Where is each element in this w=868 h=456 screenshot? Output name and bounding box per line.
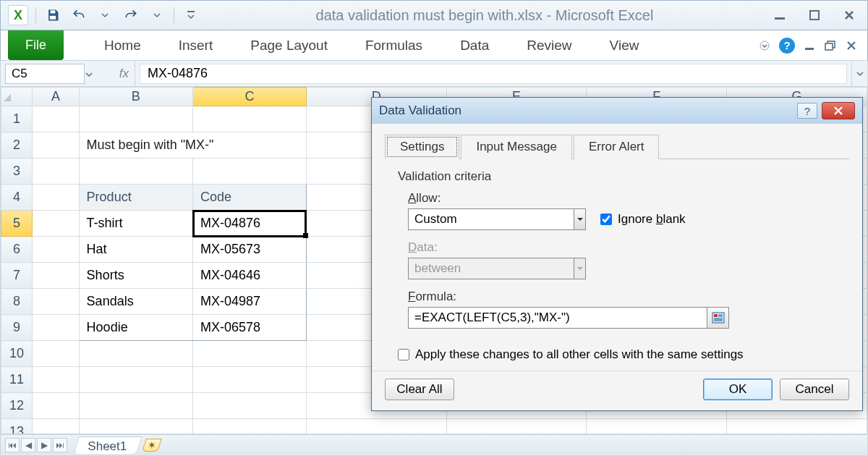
row-header[interactable]: 8 [1, 289, 33, 315]
col-header-A[interactable]: A [33, 88, 79, 106]
allow-combobox[interactable] [408, 208, 586, 230]
chevron-down-icon[interactable] [95, 6, 114, 25]
cell[interactable]: Hat [79, 237, 192, 263]
validation-criteria-label: Validation criteria [398, 169, 836, 184]
svg-rect-12 [714, 318, 723, 321]
redo-button[interactable] [122, 6, 140, 25]
chevron-down-icon[interactable] [574, 208, 586, 230]
data-combobox [408, 258, 586, 279]
last-sheet-button[interactable]: ⏭ [53, 438, 67, 452]
customize-qat-button[interactable] [182, 6, 200, 25]
excel-logo-icon[interactable]: X [8, 5, 28, 25]
cell[interactable]: MX-04646 [193, 263, 307, 289]
new-sheet-button[interactable]: ✶ [142, 439, 162, 452]
table-header-product[interactable]: Product [79, 185, 192, 211]
row-header[interactable]: 7 [1, 263, 33, 289]
row-header[interactable]: 6 [1, 237, 33, 263]
first-sheet-button[interactable]: ⏮ [5, 438, 20, 452]
row-header[interactable]: 9 [1, 315, 33, 341]
name-box[interactable]: C5 [5, 64, 85, 84]
minimize-button[interactable] [769, 7, 791, 23]
formula-bar: C5 fx MX-04876 [0, 61, 868, 87]
chevron-down-icon[interactable] [759, 40, 770, 51]
table-header-code[interactable]: Code [193, 185, 307, 211]
chevron-down-icon[interactable] [148, 6, 166, 25]
sheet-tab[interactable]: Sheet1 [73, 436, 142, 454]
row-header[interactable]: 4 [1, 185, 33, 211]
save-button[interactable] [43, 6, 62, 25]
dialog-close-button[interactable] [822, 102, 855, 119]
cell[interactable]: Hoodie [79, 315, 192, 341]
help-icon[interactable]: ? [779, 38, 795, 54]
title-bar: X data validation must begin with.xlsx -… [0, 0, 868, 30]
dialog-help-button[interactable]: ? [797, 103, 817, 119]
dialog-tabs: Settings Input Message Error Alert [385, 134, 849, 159]
ignore-blank-checkbox[interactable]: Ignore blank [600, 212, 686, 227]
cell-active[interactable]: MX-04876 [193, 211, 307, 237]
ribbon: File Home Insert Page Layout Formulas Da… [0, 30, 868, 61]
cell[interactable]: Sandals [79, 289, 192, 315]
close-button[interactable] [838, 7, 860, 23]
undo-button[interactable] [69, 6, 88, 25]
tab-view[interactable]: View [591, 30, 658, 60]
allow-label: Allow: [408, 191, 836, 206]
cell[interactable]: Shorts [79, 263, 192, 289]
tab-formulas[interactable]: Formulas [346, 30, 441, 60]
svg-rect-1 [50, 16, 56, 20]
expand-formula-bar[interactable] [851, 61, 867, 86]
svg-rect-0 [51, 10, 56, 13]
workbook-close-icon[interactable] [846, 40, 857, 51]
tab-page-layout[interactable]: Page Layout [231, 30, 346, 60]
row-header[interactable]: 3 [1, 159, 33, 185]
select-all-cell[interactable] [1, 88, 33, 106]
tab-insert[interactable]: Insert [160, 30, 232, 60]
cell[interactable]: MX-04987 [193, 289, 307, 315]
tab-home[interactable]: Home [85, 30, 160, 60]
document-title: data validation must begin with.xlsx - M… [200, 7, 769, 24]
svg-rect-3 [775, 17, 785, 20]
formula-input[interactable]: MX-04876 [140, 64, 847, 84]
ok-button[interactable]: OK [703, 379, 773, 400]
tab-review[interactable]: Review [508, 30, 590, 60]
cell[interactable]: MX-05673 [193, 237, 307, 263]
row-header[interactable]: 11 [1, 367, 33, 393]
name-box-dropdown[interactable] [84, 68, 94, 81]
col-header-B[interactable]: B [79, 88, 192, 106]
next-sheet-button[interactable]: ▶ [37, 438, 51, 452]
workbook-minimize-icon[interactable] [804, 41, 815, 51]
row-header[interactable]: 12 [1, 393, 33, 419]
maximize-button[interactable] [804, 7, 825, 23]
clear-all-button[interactable]: Clear All [385, 379, 454, 400]
svg-rect-11 [718, 314, 723, 317]
col-header-C[interactable]: C [193, 88, 307, 106]
row-header[interactable]: 1 [1, 106, 33, 132]
row-header[interactable]: 2 [1, 132, 33, 159]
data-validation-dialog: Data Validation ? Settings Input Message… [371, 97, 863, 411]
formula-input[interactable] [408, 307, 707, 329]
svg-rect-6 [805, 48, 814, 50]
chevron-down-icon [574, 258, 586, 279]
svg-rect-2 [187, 11, 195, 12]
workbook-restore-icon[interactable] [824, 40, 837, 51]
svg-rect-10 [714, 314, 718, 317]
file-tab[interactable]: File [8, 30, 64, 60]
allow-value[interactable] [408, 208, 574, 230]
name-box-value: C5 [12, 67, 27, 81]
prev-sheet-button[interactable]: ◀ [21, 438, 35, 452]
cell[interactable]: T-shirt [79, 211, 192, 237]
row-header[interactable]: 10 [1, 341, 33, 367]
tab-input-message[interactable]: Input Message [461, 135, 572, 159]
cancel-button[interactable]: Cancel [780, 379, 849, 400]
row-header[interactable]: 5 [1, 211, 33, 237]
quick-access-toolbar: X [8, 5, 200, 25]
cell[interactable]: MX-06578 [193, 315, 307, 341]
row-header[interactable]: 13 [1, 419, 33, 435]
sheet-tab-bar: ⏮ ◀ ▶ ⏭ Sheet1 ✶ [0, 434, 868, 456]
dialog-title-bar[interactable]: Data Validation ? [372, 98, 862, 124]
tab-error-alert[interactable]: Error Alert [574, 135, 660, 159]
range-selector-button[interactable] [707, 307, 729, 329]
tab-data[interactable]: Data [441, 30, 508, 60]
tab-settings[interactable]: Settings [385, 135, 459, 159]
dialog-title: Data Validation [379, 104, 461, 118]
apply-all-checkbox[interactable]: Apply these changes to all other cells w… [398, 347, 836, 362]
